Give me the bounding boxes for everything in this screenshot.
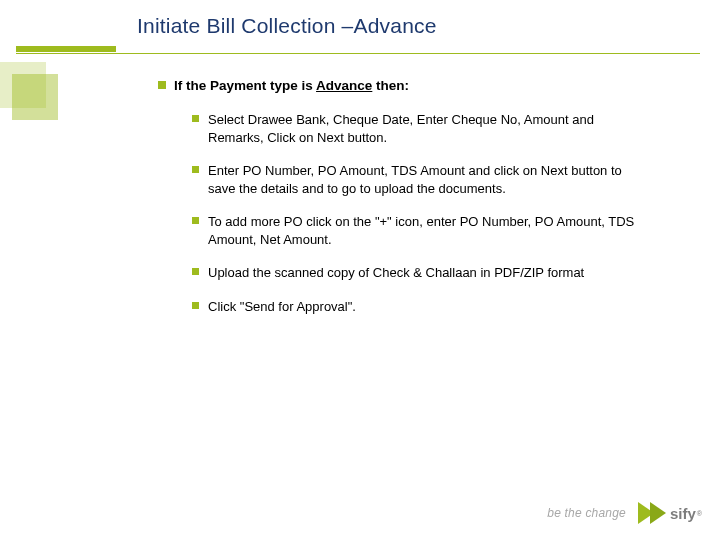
intro-suffix: then: — [372, 78, 409, 93]
intro-underlined: Advance — [316, 78, 372, 93]
intro-line: If the Payment type is Advance then: — [158, 78, 650, 93]
list-item: Click "Send for Approval". — [192, 298, 650, 316]
registered-mark-icon: ® — [697, 510, 702, 517]
brand-name: sify — [670, 505, 696, 522]
title-underline — [16, 46, 700, 54]
page-title: Initiate Bill Collection –Advance — [137, 14, 690, 38]
brand-logo: sify® — [636, 498, 702, 528]
list-item: Enter PO Number, PO Amount, TDS Amount a… — [192, 162, 650, 197]
list-item: Select Drawee Bank, Cheque Date, Enter C… — [192, 111, 650, 146]
list-item: Upload the scanned copy of Check & Chall… — [192, 264, 650, 282]
decorative-square — [12, 74, 58, 120]
intro-prefix: If the Payment type is — [174, 78, 316, 93]
list-item: To add more PO click on the "+" icon, en… — [192, 213, 650, 248]
footer-tagline: be the change — [547, 506, 626, 520]
